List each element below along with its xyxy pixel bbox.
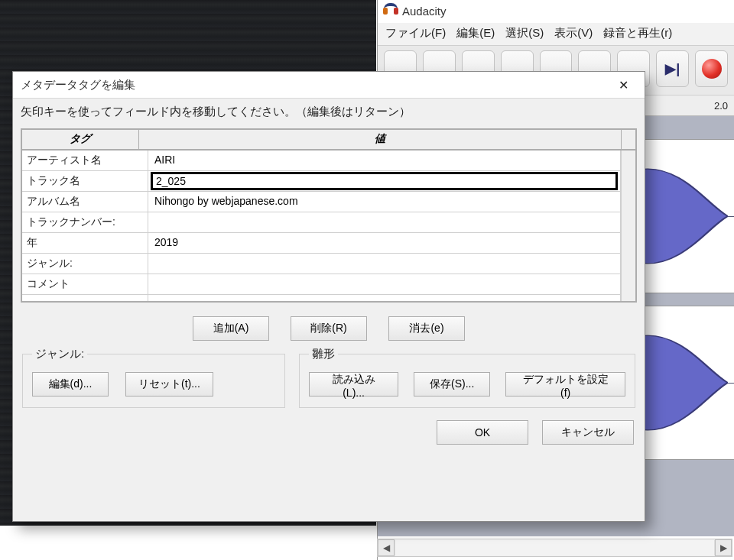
template-fieldset: 雛形 読み込み(L)... 保存(S)... デフォルトを設定(f): [299, 347, 635, 408]
scroll-track[interactable]: [395, 540, 715, 555]
value-cell[interactable]: [148, 295, 621, 301]
horizontal-scrollbar[interactable]: ◀ ▶: [377, 539, 732, 557]
value-cell[interactable]: AIRI: [148, 151, 621, 170]
menu-file[interactable]: ファイル(F): [385, 26, 446, 40]
cancel-button[interactable]: キャンセル: [542, 420, 634, 445]
tag-cell[interactable]: トラックナンバー:: [22, 212, 148, 232]
skip-end-button[interactable]: ▶|: [656, 50, 689, 87]
value-cell[interactable]: 2_025: [148, 171, 621, 191]
template-save-button[interactable]: 保存(S)...: [414, 372, 490, 397]
timeline-marker: 2.0: [714, 100, 728, 112]
tag-cell[interactable]: ジャンル:: [22, 254, 148, 274]
scroll-left-icon[interactable]: ◀: [378, 539, 395, 556]
value-cell[interactable]: [148, 254, 621, 274]
table-row[interactable]: アルバム名Nihongo by webjapanese.com: [22, 191, 621, 212]
audacity-menubar[interactable]: ファイル(F) 編集(E) 選択(S) 表示(V) 録音と再生(r): [378, 23, 734, 45]
value-cell[interactable]: Nihongo by webjapanese.com: [148, 192, 621, 212]
clear-button[interactable]: 消去(e): [388, 316, 465, 341]
ok-button[interactable]: OK: [437, 420, 528, 445]
close-icon[interactable]: ✕: [606, 73, 640, 96]
audacity-titlebar: Audacity: [378, 0, 734, 23]
audacity-icon: [384, 3, 398, 18]
table-row[interactable]: トラックナンバー:: [22, 212, 621, 232]
table-header-row: タグ 値: [22, 130, 635, 151]
column-header-tag[interactable]: タグ: [22, 130, 139, 151]
template-legend: 雛形: [309, 347, 338, 361]
tag-cell[interactable]: [22, 295, 148, 301]
tag-cell[interactable]: トラック名: [22, 171, 148, 191]
template-default-button[interactable]: デフォルトを設定(f): [505, 372, 625, 397]
menu-edit[interactable]: 編集(E): [456, 26, 495, 40]
genre-legend: ジャンル:: [32, 347, 87, 361]
genre-fieldset: ジャンル: 編集(d)... リセット(t)...: [22, 347, 285, 408]
dialog-action-row: OK キャンセル: [13, 420, 634, 445]
record-button[interactable]: [695, 50, 728, 87]
dialog-title: メタデータタグを編集: [21, 78, 135, 92]
table-row[interactable]: 年2019: [22, 232, 621, 253]
table-row[interactable]: ジャンル:: [22, 253, 621, 274]
tag-cell[interactable]: 年: [22, 233, 148, 253]
dialog-titlebar[interactable]: メタデータタグを編集 ✕: [13, 72, 645, 99]
scroll-right-icon[interactable]: ▶: [715, 539, 732, 556]
genre-edit-button[interactable]: 編集(d)...: [32, 372, 109, 397]
menu-select[interactable]: 選択(S): [505, 26, 544, 40]
menu-view[interactable]: 表示(V): [554, 26, 593, 40]
column-header-value[interactable]: 値: [139, 130, 622, 151]
table-vertical-scroll[interactable]: [621, 151, 635, 301]
audacity-title: Audacity: [402, 5, 447, 18]
table-row[interactable]: コメント: [22, 274, 621, 294]
dialog-instructions: 矢印キーを使ってフィールド内を移動してください。（編集後はリターン）: [13, 99, 645, 125]
value-cell[interactable]: 2019: [148, 233, 621, 253]
tag-cell[interactable]: コメント: [22, 274, 148, 294]
tag-cell[interactable]: アルバム名: [22, 192, 148, 212]
genre-reset-button[interactable]: リセット(t)...: [125, 372, 213, 397]
add-button[interactable]: 追加(A): [193, 316, 269, 341]
menu-record-play[interactable]: 録音と再生(r): [603, 26, 672, 40]
table-row[interactable]: アーティスト名AIRI: [22, 151, 621, 170]
table-row[interactable]: トラック名2_025: [22, 170, 621, 191]
metadata-table: タグ 値 アーティスト名AIRIトラック名2_025アルバム名Nihongo b…: [21, 128, 637, 303]
row-edit-buttons: 追加(A) 削除(R) 消去(e): [13, 316, 645, 341]
tag-cell[interactable]: アーティスト名: [22, 151, 148, 170]
column-header-scroll: [622, 130, 635, 151]
remove-button[interactable]: 削除(R): [291, 316, 367, 341]
template-load-button[interactable]: 読み込み(L)...: [309, 372, 398, 397]
table-row[interactable]: [22, 294, 621, 301]
metadata-dialog: メタデータタグを編集 ✕ 矢印キーを使ってフィールド内を移動してください。（編集…: [12, 71, 645, 522]
value-cell[interactable]: [148, 212, 621, 232]
value-cell[interactable]: [148, 274, 621, 294]
